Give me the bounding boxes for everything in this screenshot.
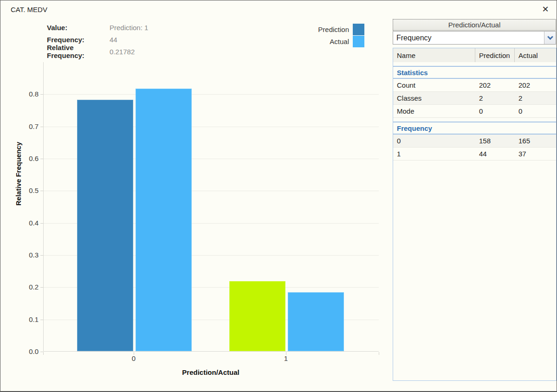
info-label: Relative Frequency: — [47, 44, 110, 59]
y-tick — [40, 127, 43, 127]
legend-label: Prediction — [318, 26, 349, 33]
x-tick — [286, 352, 286, 355]
table-cell: 44 — [475, 148, 515, 160]
selection-info-panel: Value: Prediction: 1 Frequency: 44 Relat… — [47, 21, 148, 58]
table-section-header: Frequency — [393, 122, 556, 135]
bar-chart-plot-area — [43, 62, 379, 352]
table-cell: 0 — [393, 135, 475, 147]
y-tick-label: 0.2 — [13, 283, 39, 291]
close-icon: ✕ — [542, 5, 549, 13]
legend-label: Actual — [330, 38, 349, 45]
y-tick — [40, 320, 43, 320]
y-tick — [40, 255, 43, 256]
x-tick — [379, 352, 379, 355]
table-cell: 1 — [393, 148, 475, 160]
y-tick — [40, 223, 43, 224]
bar-prediction-1[interactable] — [229, 281, 285, 351]
legend-item-actual: Actual — [318, 36, 364, 47]
table-cell: 0 — [475, 105, 515, 117]
x-axis-title: Prediction/Actual — [182, 368, 239, 376]
display-mode-dropdown[interactable]: Frequency — [393, 31, 556, 45]
legend-swatch-prediction — [353, 24, 364, 35]
table-cell: 158 — [475, 135, 515, 147]
legend-item-prediction: Prediction — [318, 24, 364, 35]
table-row[interactable]: Count202202 — [393, 79, 556, 92]
statistics-table: Name Prediction Actual StatisticsCount20… — [393, 48, 557, 381]
info-label: Value: — [47, 24, 110, 32]
chevron-down-icon — [547, 34, 553, 40]
y-tick — [40, 159, 43, 159]
bar-prediction-0[interactable] — [77, 100, 133, 351]
table-cell: 2 — [515, 92, 556, 104]
info-row-relative-frequency: Relative Frequency: 0.21782 — [47, 45, 148, 58]
info-value: Prediction: 1 — [110, 24, 148, 32]
chart-legend: Prediction Actual — [318, 24, 364, 48]
y-tick-label: 0.7 — [13, 122, 39, 130]
table-cell: 202 — [515, 79, 556, 91]
prediction-actual-button[interactable]: Prediction/Actual — [393, 19, 556, 31]
info-value: 0.21782 — [110, 48, 135, 56]
column-header-actual[interactable]: Actual — [515, 48, 556, 62]
x-tick — [43, 352, 44, 355]
y-tick-label: 0.4 — [13, 219, 39, 227]
bar-actual-1[interactable] — [288, 292, 344, 351]
y-tick-label: 0.1 — [13, 315, 39, 323]
table-cell: 165 — [515, 135, 556, 147]
table-section-header: Statistics — [393, 66, 556, 79]
x-tick-label: 0 — [132, 354, 136, 362]
table-cell: 202 — [475, 79, 515, 91]
y-tick-label: 0.6 — [13, 154, 39, 162]
x-tick — [134, 352, 134, 355]
bar-actual-0[interactable] — [136, 89, 192, 351]
table-body: StatisticsCount202202Classes22Mode00Freq… — [393, 66, 556, 161]
y-axis-title: Relative Frequency — [14, 137, 22, 211]
table-header: Name Prediction Actual — [393, 48, 556, 62]
table-cell: Count — [393, 79, 475, 91]
table-cell: Mode — [393, 105, 475, 117]
table-cell: 37 — [515, 148, 556, 160]
x-tick-label: 1 — [284, 354, 288, 362]
y-tick-label: 0.3 — [13, 251, 39, 259]
table-cell: 0 — [515, 105, 556, 117]
table-row[interactable]: Classes22 — [393, 92, 556, 105]
column-header-prediction[interactable]: Prediction — [475, 48, 515, 62]
close-button[interactable]: ✕ — [539, 3, 552, 15]
table-cell: Classes — [393, 92, 475, 104]
gridline — [44, 94, 379, 95]
table-cell: 2 — [475, 92, 515, 104]
legend-swatch-actual — [353, 36, 364, 47]
window-title: CAT. MEDV — [11, 6, 47, 13]
y-tick-label: 0.8 — [13, 90, 39, 98]
table-row[interactable]: 0158165 — [393, 135, 556, 148]
y-tick — [40, 191, 43, 191]
info-row-value: Value: Prediction: 1 — [47, 21, 148, 33]
y-tick — [40, 94, 43, 95]
table-row[interactable]: 14437 — [393, 148, 556, 161]
y-tick-label: 0.0 — [13, 347, 39, 355]
column-header-name[interactable]: Name — [393, 48, 475, 62]
info-label: Frequency: — [47, 36, 110, 44]
table-row[interactable]: Mode00 — [393, 105, 556, 118]
y-tick-label: 0.5 — [13, 186, 39, 194]
dropdown-value: Frequency — [393, 34, 544, 42]
info-value: 44 — [110, 36, 117, 44]
dropdown-open-button[interactable] — [544, 32, 556, 44]
y-tick — [40, 287, 43, 288]
chart-window: CAT. MEDV ✕ Value: Prediction: 1 Frequen… — [0, 0, 557, 392]
